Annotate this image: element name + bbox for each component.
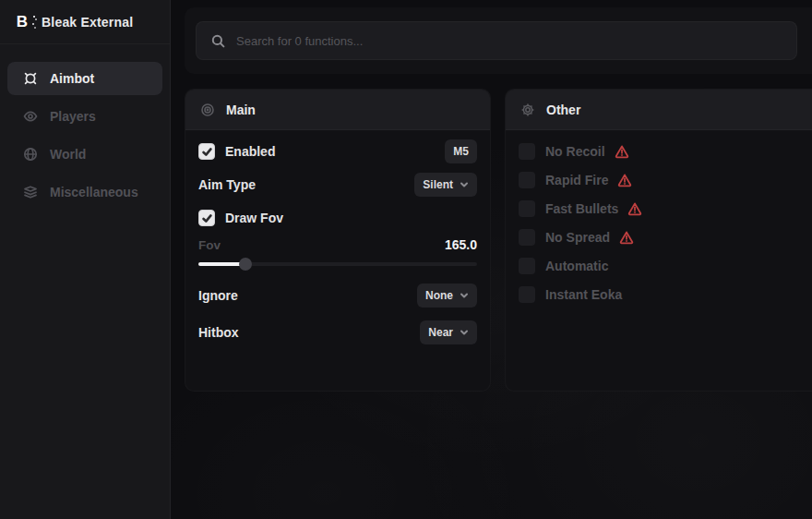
panel-title: Main [226,103,256,117]
slider-track [198,262,477,266]
panel-title: Other [546,103,580,117]
fast-bullets-checkbox[interactable] [519,200,535,217]
draw-fov-checkbox[interactable] [198,210,215,226]
hitbox-row: Hitbox Near [198,319,477,346]
aim-type-row: Aim Type Silent [198,171,477,199]
instant-eoka-checkbox[interactable] [519,286,535,303]
search-input[interactable]: Search for 0 functions... [196,21,797,60]
fov-value: 165.0 [445,237,477,252]
hitbox-dropdown[interactable]: Near [420,320,477,344]
check-icon [202,213,212,223]
fov-row: Fov 165.0 [198,234,477,256]
rapid-fire-label: Rapid Fire [545,173,608,187]
globe-icon [23,147,38,162]
aim-type-label: Aim Type [198,177,256,192]
sidebar-item-label: Aimbot [50,71,94,86]
panel-main: Main Enabled M5 Aim Type Silent Draw Fov [185,89,491,392]
draw-fov-row: Draw Fov [198,204,477,232]
no-spread-label: No Spread [545,230,610,245]
draw-fov-label: Draw Fov [225,211,283,225]
ignore-label: Ignore [198,288,238,303]
other-row-no-recoil: No Recoil [519,141,799,162]
sidebar-item-label: Miscellaneous [50,185,138,199]
app-title: Bleak External [42,15,133,30]
sidebar-item-label: World [50,147,86,162]
layers-icon [23,185,38,199]
enabled-checkbox[interactable] [198,143,215,160]
aim-type-value: Silent [423,178,453,191]
panel-main-header: Main [185,90,490,130]
brand-logo-letter: B [17,14,28,30]
eye-icon [23,109,38,124]
enabled-label: Enabled [225,144,275,159]
search-placeholder: Search for 0 functions... [236,34,363,48]
sidebar-item-world[interactable]: World [7,138,162,171]
crosshair-icon [23,71,38,86]
other-row-instant-eoka: Instant Eoka [519,284,799,305]
chevron-down-icon [460,328,469,337]
ignore-row: Ignore None [198,282,477,309]
slider-handle[interactable] [239,258,252,271]
hitbox-value: Near [428,326,453,339]
panel-other: Other No Recoil Rapid Fire Fast Bullets [505,89,812,392]
fov-slider[interactable] [198,256,477,272]
no-recoil-label: No Recoil [545,144,605,159]
ignore-dropdown[interactable]: None [417,284,477,308]
no-spread-checkbox[interactable] [519,229,535,246]
rapid-fire-checkbox[interactable] [519,172,535,188]
other-row-rapid-fire: Rapid Fire [519,170,799,190]
keybind-badge[interactable]: M5 [445,139,477,163]
sidebar-item-label: Players [50,109,96,124]
hitbox-label: Hitbox [198,325,239,340]
automatic-checkbox[interactable] [519,258,535,274]
sidebar-nav: Aimbot Players World [0,44,170,209]
search-icon [211,34,225,48]
other-row-fast-bullets: Fast Bullets [519,199,799,219]
enabled-row: Enabled M5 [198,138,477,165]
panel-other-header: Other [506,90,812,130]
sidebar-item-miscellaneous[interactable]: Miscellaneous [7,175,162,209]
warning-icon [619,230,634,245]
other-row-no-spread: No Spread [519,227,799,247]
fast-bullets-label: Fast Bullets [545,201,618,216]
brand-logo-icon: B [13,13,31,31]
brand: B Bleak External [0,0,170,44]
warning-icon [615,144,629,159]
chevron-down-icon [460,180,469,189]
warning-icon [627,201,642,216]
instant-eoka-label: Instant Eoka [545,287,622,302]
aim-type-dropdown[interactable]: Silent [414,173,477,197]
warning-icon [617,173,632,187]
no-recoil-checkbox[interactable] [519,143,535,160]
sidebar: B Bleak External Aimbot Players [0,0,171,519]
sidebar-item-players[interactable]: Players [7,100,162,133]
chevron-down-icon [460,291,469,300]
sidebar-item-aimbot[interactable]: Aimbot [7,62,162,95]
check-icon [202,147,212,157]
other-row-automatic: Automatic [519,256,799,276]
search-header: Search for 0 functions... [185,7,812,74]
fov-label: Fov [198,238,221,252]
gear-icon [520,103,535,117]
target-icon [200,103,215,117]
ignore-value: None [425,289,453,302]
automatic-label: Automatic [545,259,608,273]
